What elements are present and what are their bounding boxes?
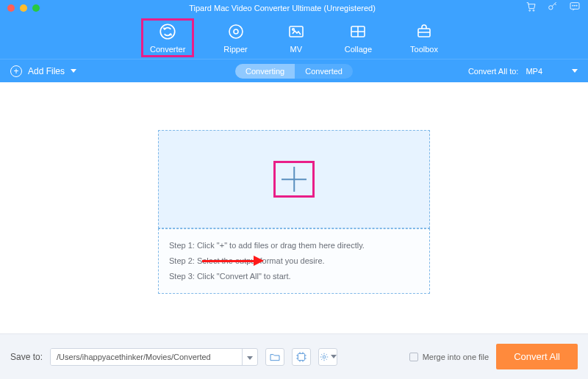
instructions-panel: Step 1: Click "+" to add files or drag t… [158, 228, 430, 294]
nav-collage-label: Collage [345, 45, 372, 54]
instruction-step-3: Step 3: Click "Convert All" to start. [169, 269, 419, 284]
save-path-input[interactable] [51, 349, 242, 365]
tab-converted[interactable]: Converted [295, 64, 353, 79]
maximize-window-button[interactable] [32, 4, 40, 12]
svg-point-4 [573, 5, 573, 6]
svg-point-7 [160, 24, 175, 39]
nav-ripper[interactable]: Ripper [223, 21, 247, 54]
add-files-label: Add Files [28, 66, 65, 76]
settings-button[interactable] [318, 348, 337, 366]
instruction-step-1: Step 1: Click "+" to add files or drag t… [169, 238, 419, 253]
minimize-window-button[interactable] [20, 4, 27, 12]
close-window-button[interactable] [7, 4, 15, 12]
svg-point-15 [323, 355, 326, 358]
nav-converter[interactable]: Converter [143, 20, 193, 56]
chevron-down-icon [331, 355, 337, 358]
convert-all-to: Convert All to: MP4 [468, 67, 578, 76]
checkbox-box [409, 353, 418, 361]
feedback-icon[interactable] [569, 1, 581, 15]
add-files-button[interactable]: + Add Files [10, 65, 76, 77]
save-to-label: Save to: [10, 352, 43, 362]
tab-converting[interactable]: Converting [235, 64, 295, 79]
subbar: + Add Files Converting Converted Convert… [0, 59, 588, 82]
ripper-icon [226, 21, 246, 42]
svg-point-8 [229, 25, 243, 38]
mv-icon [286, 21, 306, 42]
main-nav: Converter Ripper MV Collage Toolbox [0, 16, 588, 59]
window-controls [7, 4, 40, 12]
output-format-value: MP4 [526, 67, 542, 76]
title-actions [525, 1, 581, 15]
output-format-select[interactable]: MP4 [526, 67, 578, 76]
bottom-bar: Save to: Merge into one file Convert All [0, 333, 588, 379]
collage-icon [348, 21, 368, 42]
nav-toolbox-label: Toolbox [410, 45, 438, 54]
chevron-down-icon [71, 69, 76, 73]
nav-collage[interactable]: Collage [345, 21, 372, 54]
conversion-tabs: Converting Converted [235, 64, 353, 79]
svg-point-0 [529, 10, 531, 11]
converter-icon [157, 21, 178, 42]
nav-mv[interactable]: MV [286, 21, 306, 54]
nav-toolbox[interactable]: Toolbox [410, 21, 438, 54]
window-title: Tipard Mac Video Converter Ultimate (Unr… [40, 4, 525, 12]
save-path-box [50, 348, 258, 366]
svg-point-11 [292, 29, 294, 31]
drop-area[interactable] [158, 130, 430, 228]
drop-zone: Step 1: Click "+" to add files or drag t… [158, 130, 430, 294]
chevron-down-icon [247, 356, 253, 360]
svg-point-9 [234, 29, 238, 34]
svg-point-1 [533, 10, 534, 11]
merge-label: Merge into one file [423, 353, 490, 361]
titlebar: Tipard Mac Video Converter Ultimate (Unr… [0, 0, 588, 16]
nav-mv-label: MV [290, 45, 302, 54]
plus-circle-icon: + [10, 65, 22, 77]
merge-checkbox[interactable]: Merge into one file [409, 353, 490, 361]
annotation-arrow [202, 256, 264, 266]
svg-point-5 [574, 5, 575, 6]
svg-point-2 [549, 6, 553, 10]
svg-rect-14 [298, 353, 304, 360]
nav-ripper-label: Ripper [223, 45, 247, 54]
toolbox-icon [414, 21, 434, 42]
svg-point-6 [576, 5, 577, 6]
chevron-down-icon [572, 69, 578, 73]
convert-all-to-label: Convert All to: [468, 67, 518, 76]
nav-converter-label: Converter [150, 45, 185, 54]
cart-icon[interactable] [525, 1, 537, 15]
workspace: Step 1: Click "+" to add files or drag t… [0, 82, 588, 333]
open-folder-button[interactable] [265, 348, 284, 366]
hardware-accel-button[interactable] [292, 348, 311, 366]
key-icon[interactable] [547, 1, 559, 15]
annotation-highlight [273, 161, 315, 198]
save-path-dropdown[interactable] [242, 349, 257, 365]
convert-all-button[interactable]: Convert All [496, 344, 578, 369]
